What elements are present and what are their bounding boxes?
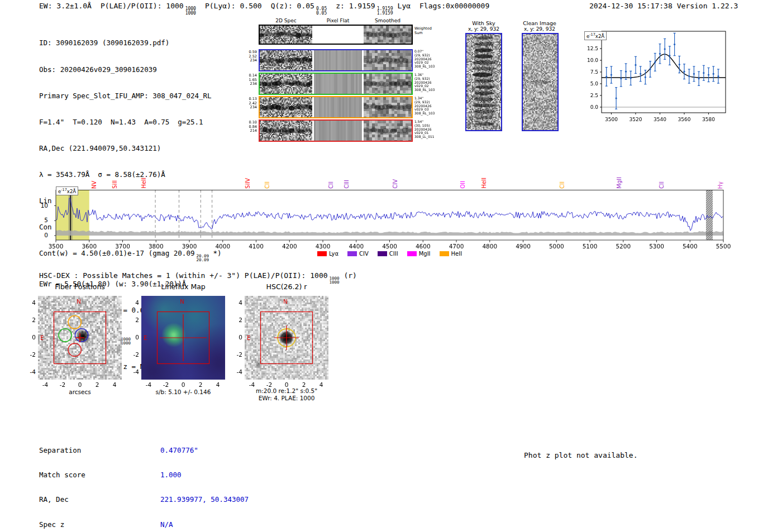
line-id-text: Lyα bbox=[398, 2, 411, 10]
cutout-1-ytick-2: 2 bbox=[127, 317, 139, 323]
column-header-2d-spec: 2D Spec bbox=[275, 18, 296, 23]
cutout-0-xtick-0: 0 bbox=[74, 381, 86, 388]
hsc-cutout-image bbox=[245, 296, 328, 380]
fiber-row-images bbox=[259, 49, 413, 71]
version-text: Version 1.22.3 bbox=[677, 2, 738, 10]
row-value-spec-z: N/A bbox=[160, 520, 173, 529]
cutout-1-ytick-4: 4 bbox=[127, 299, 139, 306]
fiber-2d-spec-image bbox=[260, 74, 312, 94]
legend-swatch bbox=[440, 251, 449, 256]
fiber-positions-title: Fiber Positions bbox=[55, 282, 105, 291]
cutout-2-ytick-4: 4 bbox=[230, 299, 242, 306]
spectrum-xtick-5000: 5000 bbox=[549, 243, 564, 250]
legend-label: CIII bbox=[389, 251, 398, 257]
catalog-match-table: Separation0.470776" Match score1.000 RA,… bbox=[39, 430, 249, 532]
fiber-row-stats: 0.132.42234 bbox=[246, 96, 259, 110]
row-label-spec-z: Spec z bbox=[39, 521, 160, 529]
weighted-sum-pixel-flat-image bbox=[314, 26, 362, 44]
fiber-row-annotation: 1.54"(30, 105)20200426v029_01308_LL_011 bbox=[413, 119, 438, 139]
z-fraction: 1.91591.9159 bbox=[377, 7, 393, 15]
cutout-2-xtick-0: 0 bbox=[280, 381, 293, 388]
fiber-pixel-flat-image bbox=[314, 97, 362, 117]
plae-text: P(LAE)/P(OII): 100010001000 bbox=[101, 2, 196, 10]
emission-line-label-siiv-3: SiIV bbox=[245, 178, 251, 189]
spec2d-row-1: 0.592.522340.07"(29, 932)20200426v029_02… bbox=[246, 49, 438, 71]
hsc-dex-post: (r) bbox=[340, 271, 357, 280]
fiber-stat-value: 234 bbox=[246, 106, 257, 110]
cutout-0-xtick--4: -4 bbox=[39, 381, 51, 388]
gmag-frac-bot: 20.09 bbox=[196, 258, 209, 262]
cutout-0-xtick-2: 2 bbox=[91, 381, 103, 388]
spectrum-xtick-3900: 3900 bbox=[182, 243, 197, 250]
emission-line-label-cii-10: CII bbox=[559, 181, 565, 189]
fiber-pixel-flat-image bbox=[314, 121, 362, 141]
weighted-sum-label-line2: Sum bbox=[414, 31, 432, 36]
emission-line-label-ciii-6: CIII bbox=[344, 180, 350, 189]
cutout-2-xtick--2: -2 bbox=[263, 381, 275, 388]
spectrum-units-badge: e-17x2Å bbox=[56, 186, 78, 195]
plae-frac-bot: 1000 bbox=[185, 11, 196, 16]
cutout-0-ytick-0: 0 bbox=[23, 334, 36, 341]
fiber-pixel-flat-image bbox=[314, 74, 362, 94]
spectrum-xtick-3700: 3700 bbox=[115, 243, 130, 250]
legend-label: HeII bbox=[451, 251, 462, 257]
lineflux-map-title: Lineflux Map bbox=[161, 282, 206, 291]
emission-line-label-hγ-13: Hγ bbox=[717, 181, 723, 189]
qz-fraction: 0.050.05 bbox=[316, 7, 327, 15]
emission-line-label-heii-2: HeII bbox=[141, 178, 147, 189]
row-value-match-score: 1.000 bbox=[160, 471, 182, 479]
with-sky-title: With Sky bbox=[472, 20, 495, 26]
spectrum-xtick-4600: 4600 bbox=[416, 243, 431, 250]
emission-line-label-oii-8: OII bbox=[460, 181, 466, 189]
plae-fraction: 10001000 bbox=[185, 7, 196, 15]
legend-item-lyα: Lyα bbox=[317, 251, 338, 257]
weighted-sum-2d-spec-image bbox=[260, 26, 312, 44]
fiber-stat-value: 234 bbox=[246, 82, 257, 87]
cutout-2-xtick-4: 4 bbox=[315, 381, 327, 388]
spectrum-legend: LyαCIVCIIIMgIIHeII bbox=[51, 251, 728, 257]
fiber-smoothed-image bbox=[364, 50, 412, 70]
fiber-annotation-line: 308_RL_103 bbox=[414, 88, 438, 92]
cutout-1-ytick-0: 0 bbox=[127, 334, 139, 341]
lineflux-map-image bbox=[141, 296, 225, 380]
table-row: Separation0.470776" bbox=[39, 447, 249, 455]
fiber-row-stats: 0.592.52234 bbox=[246, 49, 259, 63]
emission-line-label-siii-1: SiII bbox=[112, 180, 118, 189]
spectrum-xtick-4100: 4100 bbox=[249, 243, 264, 250]
info-obs: Obs: 20200426v029_3090162039 bbox=[39, 65, 222, 74]
spectrum-xtick-5500: 5500 bbox=[716, 243, 731, 250]
emission-line-label-heii-9: HeII bbox=[481, 178, 487, 189]
spectrum-xtick-4700: 4700 bbox=[449, 243, 464, 250]
spectrum-xtick-5400: 5400 bbox=[683, 243, 698, 250]
column-header-smoothed: Smoothed bbox=[375, 18, 400, 23]
spectrum-xtick-3500: 3500 bbox=[49, 243, 64, 250]
cutout-2-ytick-0: 0 bbox=[230, 334, 242, 341]
fiber-smoothed-image bbox=[364, 121, 412, 141]
fiber-annotation-line: 308_RL_103 bbox=[414, 65, 438, 69]
cutout-0-xtick-4: 4 bbox=[108, 381, 121, 388]
spec2d-row-4: 0.100.842141.54"(30, 105)20200426v029_01… bbox=[246, 119, 438, 142]
spectrum-xtick-3800: 3800 bbox=[149, 243, 164, 250]
fiber-row-stats: 0.141.65234 bbox=[246, 73, 259, 87]
cutout-2-ytick--2: -2 bbox=[230, 351, 242, 358]
legend-label: MgII bbox=[419, 251, 431, 257]
row-label-match-score: Match score bbox=[39, 471, 160, 480]
cutout-1-xtick-0: 0 bbox=[177, 381, 189, 388]
phot-z-note: Phot z plot not available. bbox=[524, 451, 638, 459]
summary-header: EW: 3.2±1.0ÅP(LAE)/P(OII): 100010001000P… bbox=[39, 2, 489, 15]
spectrum-xtick-4900: 4900 bbox=[516, 243, 531, 250]
hsc-dex-fraction: 10001000 bbox=[330, 276, 340, 284]
with-sky-image bbox=[466, 34, 501, 130]
fiber-annotation-line: 308_LL_011 bbox=[414, 135, 438, 139]
spectrum-xtick-5200: 5200 bbox=[616, 243, 631, 250]
spec2d-row-2: 0.141.652341.36"(29, 932)20200426v029_02… bbox=[246, 73, 438, 95]
emission-line-label-mgii-11: MgII bbox=[616, 177, 622, 189]
cutout-2-ytick-2: 2 bbox=[230, 317, 242, 323]
table-row: Match score1.000 bbox=[39, 471, 249, 480]
legend-item-civ: CIV bbox=[347, 251, 369, 257]
plae-main: P(LAE)/P(OII): 1000 bbox=[101, 2, 184, 10]
legend-swatch bbox=[317, 251, 327, 256]
datetime-text: 2024-12-30 15:17:38 bbox=[589, 2, 673, 10]
fiber-row-images bbox=[259, 119, 413, 142]
datetime-version: 2024-12-30 15:17:38Version 1.22.3 bbox=[589, 2, 738, 10]
